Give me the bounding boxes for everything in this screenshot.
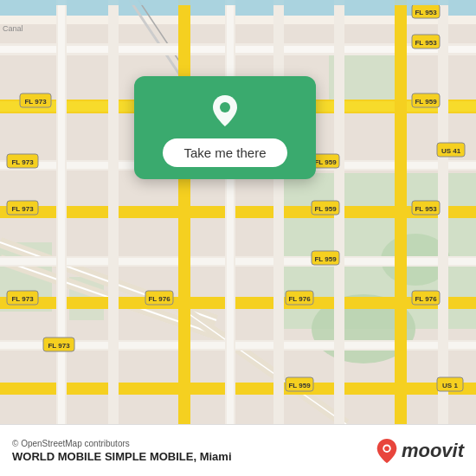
svg-rect-31 [58, 0, 65, 424]
location-name: WORLD MOBILE SIMPLE MOBILE, Miami [12, 450, 232, 463]
svg-point-82 [220, 102, 230, 113]
svg-text:US 1: US 1 [442, 382, 458, 389]
map-pin-icon [206, 92, 244, 130]
take-me-there-button[interactable]: Take me there [163, 138, 286, 167]
svg-text:FL 973: FL 973 [24, 98, 47, 106]
osm-attribution: © OpenStreetMap contributors [12, 439, 232, 448]
svg-rect-33 [178, 0, 190, 424]
svg-text:FL 976: FL 976 [148, 295, 170, 303]
svg-rect-36 [273, 0, 284, 424]
svg-text:FL 959: FL 959 [314, 158, 337, 166]
map-container: FL 973 FL 969 FL 959 FL 953 FL 953 FL 95… [0, 0, 476, 424]
svg-text:FL 976: FL 976 [288, 295, 311, 303]
svg-rect-38 [395, 0, 407, 424]
svg-text:FL 959: FL 959 [288, 382, 311, 389]
svg-text:FL 959: FL 959 [314, 255, 337, 263]
svg-text:FL 953: FL 953 [415, 39, 437, 47]
svg-text:FL 973: FL 973 [11, 158, 34, 166]
svg-text:FL 973: FL 973 [11, 295, 34, 303]
moovit-logo: moovit [376, 438, 464, 464]
svg-point-84 [384, 446, 389, 451]
svg-text:FL 959: FL 959 [314, 205, 337, 213]
bottom-bar: © OpenStreetMap contributors WORLD MOBIL… [0, 424, 476, 476]
svg-rect-80 [0, 0, 476, 5]
svg-text:FL 953: FL 953 [415, 205, 437, 213]
location-card[interactable]: Take me there [134, 76, 316, 179]
moovit-brand-text: moovit [402, 440, 464, 462]
svg-text:FL 976: FL 976 [415, 295, 437, 303]
bottom-info: © OpenStreetMap contributors WORLD MOBIL… [12, 439, 232, 463]
moovit-pin-icon [376, 438, 398, 464]
svg-text:FL 953: FL 953 [415, 9, 437, 16]
svg-text:FL 973: FL 973 [48, 342, 70, 350]
svg-text:FL 973: FL 973 [11, 205, 34, 213]
svg-text:US 41: US 41 [441, 147, 461, 155]
svg-text:FL 959: FL 959 [415, 98, 437, 106]
map-svg: FL 973 FL 969 FL 959 FL 953 FL 953 FL 95… [0, 0, 476, 424]
svg-rect-35 [227, 0, 234, 424]
svg-rect-32 [108, 0, 119, 424]
svg-text:Canal: Canal [3, 24, 23, 33]
